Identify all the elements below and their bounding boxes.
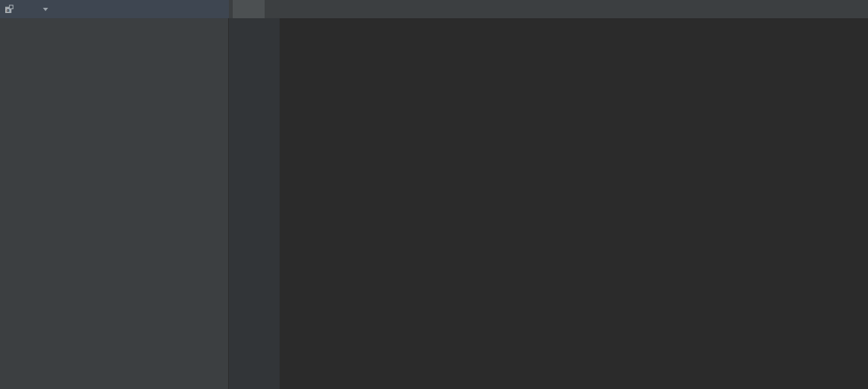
editor-tab-bar xyxy=(229,0,868,18)
project-tool-icon: a xyxy=(4,4,14,14)
chevron-down-icon[interactable] xyxy=(43,8,48,11)
main-area xyxy=(0,18,868,389)
project-tree-panel[interactable] xyxy=(0,18,229,389)
python-file-icon xyxy=(238,4,248,14)
top-bar: a xyxy=(0,0,868,18)
tab-daemon-py[interactable] xyxy=(233,0,265,18)
code-editor[interactable] xyxy=(229,18,868,389)
svg-text:a: a xyxy=(7,8,10,13)
ide-window: a xyxy=(0,0,868,389)
project-panel-header: a xyxy=(0,0,229,18)
editor-gutter xyxy=(229,18,280,389)
